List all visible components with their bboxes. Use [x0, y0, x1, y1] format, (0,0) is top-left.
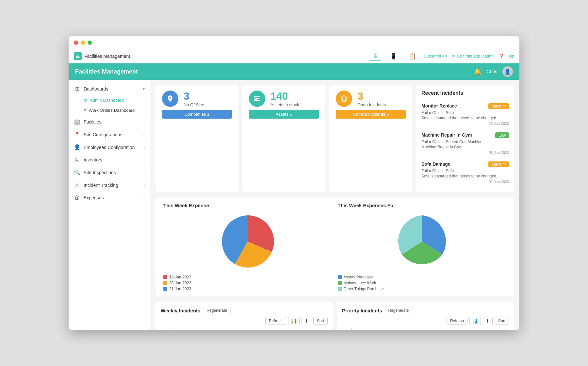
legend-item-other: Other Things Purchase: [338, 287, 384, 291]
weekly-refresh-button[interactable]: Refresh: [265, 317, 286, 325]
weekly-sort-button[interactable]: Sort: [313, 317, 328, 325]
sidebar: ⊞ Dashboards ▾ ⊙ Admin Dashboard ≡ Work …: [69, 80, 150, 330]
assets-label: Assets In stock: [270, 102, 299, 107]
sidebar-item-employees-configuration[interactable]: 👤 Employees Configuration ›: [69, 141, 150, 154]
legend-item-maintenance: Maintenance Work: [338, 281, 384, 285]
facilities-icon: 🏢: [74, 119, 80, 125]
weekly-bar-chart-icon[interactable]: 📊: [288, 317, 300, 325]
chevron-down-icon: ▾: [143, 87, 145, 91]
maximize-button[interactable]: [88, 41, 92, 45]
incident-tracking-label: Incident Tracking: [84, 183, 118, 188]
svg-point-1: [170, 97, 171, 99]
incident-item-1: Monitor Replace Medium Failur Object: So…: [421, 100, 509, 129]
user-name: Chris: [486, 69, 497, 74]
priority-chart-toolbar: Refresh 📊 ⬆ Sort: [342, 317, 509, 325]
week-expense-pie: [218, 212, 277, 271]
sidebar-dashboards-submenu: ⊙ Admin Dashboard ≡ Work Orders Dashboar…: [69, 95, 150, 115]
app-title: Facilities Management: [75, 68, 474, 75]
weekly-export-icon[interactable]: ⬆: [302, 317, 311, 325]
desktop-icon[interactable]: 🖥: [369, 51, 381, 61]
help-link[interactable]: ❓ Help: [499, 54, 514, 58]
app-header: Facilities Management 🔔 Chris 👤: [69, 63, 519, 80]
incident-date-2: 05-Jan-2023: [421, 151, 509, 155]
inventory-icon: 🗂: [74, 157, 80, 163]
assets-button[interactable]: Assets 5: [249, 110, 319, 119]
tablet-portrait-icon[interactable]: 📱: [387, 51, 400, 61]
pencil-icon: ✏: [452, 54, 456, 58]
svg-rect-2: [254, 97, 260, 101]
chevron-right-icon-5: ›: [143, 170, 145, 175]
sidebar-item-admin-dashboard[interactable]: ⊙ Admin Dashboard: [69, 95, 150, 105]
incident-badge-2: Low: [495, 132, 509, 138]
sidebar-item-site-configurations[interactable]: 📍 Site Configurations ›: [69, 128, 150, 141]
site-inspections-label: Site Inspections: [84, 170, 116, 175]
incident-detail1-1: Failur Object: Sofa: [421, 110, 509, 115]
sites-stat-icon: [162, 91, 178, 107]
svg-rect-3: [255, 98, 257, 100]
subscription-link[interactable]: Subscription: [424, 54, 447, 58]
weekly-y-axis-label: Status Count: [161, 328, 164, 330]
dashboards-icon: ⊞: [74, 86, 80, 92]
priority-regenerate-button[interactable]: Regenerate: [385, 307, 413, 314]
tablet-landscape-icon[interactable]: 📋: [406, 51, 418, 61]
legend-item-blue: 21-Jan-2023: [163, 287, 191, 291]
user-avatar[interactable]: 👤: [502, 66, 513, 77]
charts-panel: This Week Expense: [155, 197, 514, 296]
brand-label: Facilities Management: [84, 54, 130, 59]
companies-button[interactable]: Companies 1: [162, 110, 232, 119]
expenses-icon: 🗑: [74, 195, 80, 201]
week-expense-for-section: This Week Expenses For: [335, 203, 509, 291]
priority-export-icon[interactable]: ⬆: [483, 317, 493, 325]
edit-application-link[interactable]: ✏ Edit this application: [452, 54, 494, 58]
incident-date-1: 20-Jan-2023: [421, 122, 509, 125]
top-nav: Facilities Management 🖥 📱 📋 Subscription…: [69, 49, 519, 63]
weekly-chart-toolbar: Refresh 📊 ⬆ Sort: [161, 317, 328, 325]
current-incidents-button[interactable]: Current Incidents 5: [336, 110, 406, 119]
incident-detail2-3: Sofa is damaged that needs to be changed…: [421, 174, 509, 178]
sidebar-item-site-inspections[interactable]: 🔍 Site Inspections ›: [69, 166, 150, 179]
sidebar-item-work-orders-dashboard[interactable]: ≡ Work Orders Dashboard: [69, 105, 150, 115]
legend-item-orange: 20-Jan-2023: [163, 281, 191, 285]
svg-rect-4: [257, 98, 259, 99]
window-controls: [74, 41, 92, 45]
minimize-button[interactable]: [81, 41, 85, 45]
incident-detail1-2: Failur Object: Seated Curl Machine: [421, 140, 509, 144]
incident-badge-3: Medium: [488, 161, 509, 167]
sidebar-item-inventory[interactable]: 🗂 Inventory ›: [69, 154, 150, 166]
main-layout: ⊞ Dashboards ▾ ⊙ Admin Dashboard ≡ Work …: [69, 80, 519, 330]
assets-count: 140: [270, 90, 299, 102]
weekly-regenerate-button[interactable]: Regenerate: [203, 307, 231, 314]
chevron-right-icon-2: ›: [143, 132, 145, 137]
admin-dashboard-icon: ⊙: [84, 98, 87, 103]
work-orders-label: Work Orders Dashboard: [89, 108, 135, 113]
sidebar-item-dashboards[interactable]: ⊞ Dashboards ▾: [69, 82, 150, 95]
priority-sort-button[interactable]: Sort: [495, 317, 509, 325]
priority-y-axis-label: Count: [342, 328, 346, 330]
priority-incidents-card: Priority Incidents Regenerate Refresh 📊 …: [337, 302, 514, 330]
close-button[interactable]: [74, 41, 78, 45]
sidebar-dashboards-label: Dashboards: [84, 86, 108, 92]
weekly-incidents-title: Weekly Incidents: [161, 308, 200, 313]
incident-item-3: Sofa Damage Medium Failur Object: Sofa S…: [421, 158, 509, 187]
device-selector: 🖥 📱 📋: [369, 51, 418, 61]
sidebar-item-incident-tracking[interactable]: ⚠ Incident Tracking ›: [69, 179, 150, 191]
incident-name-2: Machine Repair in Gym: [421, 132, 472, 138]
stat-card-assets: 140 Assets In stock Assets 5: [242, 85, 325, 192]
sidebar-item-facilities[interactable]: 🏢 Facilities ›: [69, 115, 150, 128]
employees-icon: 👤: [74, 144, 80, 150]
sidebar-item-expenses[interactable]: 🗑 Expenses ›: [69, 191, 150, 204]
incident-item-2: Machine Repair in Gym Low Failur Object:…: [421, 129, 509, 158]
titlebar: [69, 36, 519, 49]
week-expense-legend: 18-Jan-2023 20-Jan-2023 21-Jan-2023: [163, 275, 191, 291]
content-area: 3 No Of Sites Companies 1: [150, 80, 519, 330]
assets-stat-icon: [249, 91, 265, 107]
sites-count: 3: [184, 90, 205, 102]
priority-refresh-button[interactable]: Refresh: [447, 317, 467, 325]
incident-badge-1: Medium: [488, 103, 509, 109]
topnav-actions: Subscription ✏ Edit this application ❓ H…: [424, 54, 514, 58]
header-user-area: 🔔 Chris 👤: [474, 66, 513, 77]
stat-card-incidents: 3 Open Incidents Current Incidents 5: [329, 85, 412, 192]
priority-bar-chart-icon[interactable]: 📊: [469, 317, 481, 325]
notifications-icon[interactable]: 🔔: [474, 68, 481, 75]
work-orders-icon: ≡: [84, 108, 86, 113]
